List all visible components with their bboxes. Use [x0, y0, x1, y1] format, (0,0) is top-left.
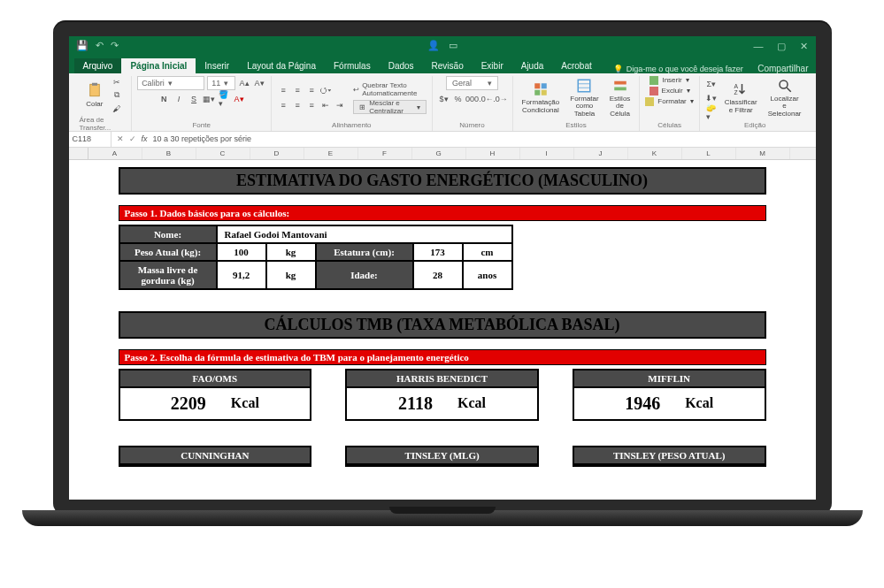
massa-value[interactable]: 91,2 [217, 261, 266, 289]
sort-filter-button[interactable]: AZ Classificar e Filtrar [721, 81, 761, 114]
align-middle-icon[interactable]: ≡ [291, 84, 304, 96]
maximize-icon[interactable]: ▢ [777, 41, 788, 51]
delete-cells-button[interactable]: Excluir▾ [650, 87, 690, 95]
wrap-text-label[interactable]: Quebrar Texto Automaticamente [362, 81, 426, 97]
tab-formulas[interactable]: Fórmulas [325, 58, 380, 73]
clear-icon[interactable]: 🧽▾ [705, 106, 718, 118]
border-icon[interactable]: ▦▾ [203, 93, 215, 105]
fill-icon[interactable]: ⬇▾ [705, 92, 718, 104]
paste-button[interactable]: Colar [82, 80, 107, 111]
worksheet[interactable]: ESTIMATIVA DO GASTO ENERGÉTICO (MASCULIN… [69, 160, 816, 500]
col-header[interactable]: J [574, 148, 628, 159]
percent-icon[interactable]: % [452, 93, 465, 105]
col-header[interactable]: C [196, 148, 250, 159]
select-all-corner[interactable] [69, 148, 88, 159]
svg-rect-9 [614, 81, 626, 85]
tab-view[interactable]: Exibir [473, 58, 512, 73]
col-header[interactable]: A [88, 148, 142, 159]
save-icon[interactable]: 💾 [76, 40, 88, 51]
col-header[interactable]: L [682, 148, 736, 159]
number-format-combo[interactable]: Geral▾ [446, 76, 498, 90]
conditional-formatting-button[interactable]: Formatação Condicional [519, 81, 564, 114]
tmb-value: 2118 [398, 393, 433, 414]
currency-icon[interactable]: $▾ [438, 93, 450, 105]
increase-indent-icon[interactable]: ⇥ [334, 99, 346, 111]
tab-insert[interactable]: Inserir [196, 58, 238, 73]
idade-value[interactable]: 28 [413, 261, 463, 289]
close-icon[interactable]: ✕ [800, 41, 811, 51]
nome-value[interactable]: Rafael Godoi Mantovani [217, 225, 512, 243]
idade-unit: anos [463, 261, 512, 289]
copy-icon[interactable]: ⧉ [111, 89, 123, 102]
share-button[interactable]: Compartilhar [757, 64, 808, 73]
font-name-combo[interactable]: Calibri▾ [137, 76, 204, 90]
wrap-text-icon[interactable]: ↩ [353, 86, 359, 94]
svg-line-17 [787, 88, 791, 92]
undo-icon[interactable]: ↶ [96, 40, 104, 51]
format-painter-icon[interactable]: 🖌 [111, 103, 123, 115]
insert-cells-button[interactable]: Inserir▾ [650, 76, 688, 85]
tmb-box: TINSLEY (PESO ATUAL) [573, 446, 766, 467]
svg-rect-13 [645, 97, 654, 106]
cancel-formula-icon[interactable]: ✕ [117, 134, 124, 143]
cut-icon[interactable]: ✂ [111, 76, 123, 88]
peso-value[interactable]: 100 [217, 243, 266, 261]
tell-me-search[interactable]: 💡 Diga-me o que você deseja fazer [613, 65, 743, 73]
estatura-value[interactable]: 173 [413, 243, 463, 261]
tmb-box: CUNNINGHAN [119, 446, 312, 467]
decrease-indent-icon[interactable]: ⇤ [319, 99, 332, 111]
find-select-button[interactable]: Localizar e Selecionar [765, 78, 805, 118]
tmb-value: 1946 [625, 393, 660, 414]
tmb-value: 2209 [171, 393, 206, 414]
svg-rect-11 [650, 76, 658, 85]
cell-styles-button[interactable]: Estilos de Célula [606, 78, 634, 118]
title-band-1: ESTIMATIVA DO GASTO ENERGÉTICO (MASCULIN… [119, 167, 766, 195]
font-color-icon[interactable]: A▾ [233, 93, 245, 105]
tab-help[interactable]: Ajuda [512, 58, 553, 73]
tab-file[interactable]: Arquivo [74, 58, 122, 73]
fx-icon[interactable]: fx [142, 134, 148, 143]
format-cells-button[interactable]: Formatar▾ [645, 97, 693, 106]
col-header[interactable]: M [736, 148, 790, 159]
orientation-icon[interactable]: ⭯▾ [319, 84, 332, 96]
tab-review[interactable]: Revisão [423, 58, 473, 73]
col-header[interactable]: E [304, 148, 358, 159]
col-header[interactable]: K [628, 148, 682, 159]
accept-formula-icon[interactable]: ✓ [129, 134, 136, 143]
col-header[interactable]: I [520, 148, 574, 159]
align-bottom-icon[interactable]: ≡ [305, 84, 318, 96]
name-box[interactable]: C118 [69, 132, 111, 147]
comma-icon[interactable]: 000 [466, 93, 479, 105]
fill-color-icon[interactable]: 🪣▾ [218, 93, 230, 105]
font-size-combo[interactable]: 11▾ [207, 76, 235, 90]
tab-acrobat[interactable]: Acrobat [552, 58, 600, 73]
merge-center-button[interactable]: ⊞ Mesclar e Centralizar▾ [353, 100, 426, 114]
redo-icon[interactable]: ↷ [111, 40, 119, 51]
tab-home[interactable]: Página Inicial [121, 58, 196, 73]
grow-font-icon[interactable]: A▴ [238, 77, 250, 89]
align-right-icon[interactable]: ≡ [305, 99, 318, 111]
bold-icon[interactable]: N [158, 93, 170, 105]
tab-data[interactable]: Dados [380, 58, 423, 73]
col-header[interactable]: B [142, 148, 196, 159]
ribbon-options-icon[interactable]: ▭ [449, 40, 457, 51]
account-icon[interactable]: 👤 [427, 40, 440, 51]
svg-rect-2 [534, 83, 540, 88]
decrease-decimal-icon[interactable]: .0→ [495, 93, 507, 105]
increase-decimal-icon[interactable]: .0← [480, 93, 493, 105]
format-as-table-button[interactable]: Formatar como Tabela [566, 78, 603, 118]
col-header[interactable]: G [412, 148, 466, 159]
align-top-icon[interactable]: ≡ [277, 84, 289, 96]
col-header[interactable]: F [358, 148, 412, 159]
align-left-icon[interactable]: ≡ [277, 99, 289, 111]
minimize-icon[interactable]: — [754, 41, 765, 51]
shrink-font-icon[interactable]: A▾ [253, 77, 265, 89]
col-header[interactable]: H [466, 148, 520, 159]
tab-page-layout[interactable]: Layout da Página [238, 58, 325, 73]
align-center-icon[interactable]: ≡ [291, 99, 304, 111]
underline-icon[interactable]: S [188, 93, 200, 105]
formula-input[interactable]: 10 a 30 repetições por série [153, 134, 252, 143]
autosum-icon[interactable]: Σ▾ [705, 78, 718, 90]
italic-icon[interactable]: I [173, 93, 185, 105]
col-header[interactable]: D [250, 148, 304, 159]
